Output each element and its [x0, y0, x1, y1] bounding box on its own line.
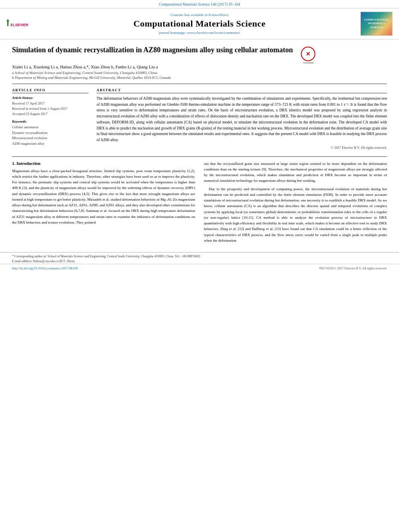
keyword-4: AZ80 magnesium alloy [12, 141, 88, 147]
page: Computational Materials Science 140 (201… [0, 0, 399, 532]
journal-header-center: Contents lists available at ScienceDirec… [47, 12, 352, 36]
keyword-2: Dynamic recrystallization [12, 130, 88, 136]
article-info-abstract-row: ARTICLE INFO Article history: Received 1… [12, 88, 387, 150]
keywords-list: Cellular automaton Dynamic recrystalliza… [12, 125, 88, 146]
journal-title: Computational Materials Science [134, 18, 265, 29]
footer-issn: 0927-0256/© 2017 Elsevier B.V. All right… [319, 267, 387, 270]
elsevier-logo-area: ELSEVIER [6, 12, 43, 36]
journal-homepage: journal homepage: www.elsevier.com/locat… [159, 31, 240, 35]
crossmark-label: CrossMark [301, 62, 315, 64]
journal-reference: Computational Materials Science 140 (201… [159, 2, 240, 6]
revised-date: Received in revised form 1 August 2017 [12, 106, 88, 111]
copyright-line: © 2017 Elsevier B.V. All rights reserved… [97, 146, 387, 150]
journal-link-bar: Computational Materials Science 140 (201… [0, 0, 399, 8]
keywords-group: Keywords: Cellular automaton Dynamic rec… [12, 119, 88, 146]
body-two-col: 1. Introduction Magnesium alloys have a … [12, 161, 387, 246]
article-info-col: ARTICLE INFO Article history: Received 1… [12, 88, 88, 150]
article-info-label: ARTICLE INFO [12, 88, 88, 93]
body-section: 1. Introduction Magnesium alloys have a … [12, 156, 387, 246]
intro-text-left: Magnesium alloys have a close-packed hex… [12, 168, 195, 226]
keyword-3: Microstructural evolution [12, 136, 88, 141]
page-footer: http://dx.doi.org/10.1016/j.commatsci.20… [0, 264, 399, 273]
article-history-label: Article history: [12, 96, 88, 100]
abstract-text: The deformation behaviors of AZ80 magnes… [97, 96, 387, 143]
article-container: Simulation of dynamic recrystallization … [0, 39, 399, 250]
journal-logo-box: COMPUTATIONAL MATERIALS SCIENCE [360, 12, 393, 36]
intro-p3: Due to the prosperity and development of… [204, 186, 387, 244]
svg-text:ELSEVIER: ELSEVIER [10, 23, 29, 27]
sciencedirect-link[interactable]: ScienceDirect [208, 13, 228, 17]
footnote-corresponding: * Corresponding author at: School of Mat… [12, 254, 387, 259]
body-col-left: 1. Introduction Magnesium alloys have a … [12, 161, 195, 246]
affiliation-a: a School of Materials Science and Engine… [12, 71, 387, 75]
intro-text-right: out that the recrystallized grain size m… [204, 161, 387, 244]
abstract-label: ABSTRACT [97, 88, 387, 93]
intro-p1: Magnesium alloys have a close-packed hex… [12, 168, 195, 226]
journal-url[interactable]: www.elsevier.com/locate/commatsci [187, 31, 240, 35]
crossmark-badge: ✕ CrossMark [301, 47, 315, 61]
accepted-date: Accepted 23 August 2017 [12, 111, 88, 117]
keyword-1: Cellular automaton [12, 125, 88, 130]
title-row: Simulation of dynamic recrystallization … [12, 45, 387, 61]
contents-available-text: Contents lists available at ScienceDirec… [171, 13, 229, 17]
authors-line: Xialei Li a, Xiaolong Li a, Haitao Zhou … [12, 64, 387, 69]
elsevier-logo: ELSEVIER [6, 18, 39, 29]
keywords-label: Keywords: [12, 119, 88, 123]
crossmark-circle: ✕ [301, 47, 315, 61]
article-title: Simulation of dynamic recrystallization … [12, 45, 293, 55]
svg-rect-1 [7, 21, 8, 26]
footnote-email: E-mail address: htzhou@csu.edu.cn (H.T. … [12, 259, 387, 264]
journal-header: ELSEVIER Contents lists available at Sci… [0, 8, 399, 39]
journal-logo-area: COMPUTATIONAL MATERIALS SCIENCE [356, 12, 393, 36]
affiliation-b: b Department of Mining and Materials Eng… [12, 76, 387, 80]
received-date: Received 17 April 2017 [12, 101, 88, 106]
header-divider [12, 84, 387, 84]
abstract-col: ABSTRACT The deformation behaviors of AZ… [97, 88, 387, 150]
intro-heading: 1. Introduction [12, 161, 195, 166]
abstract-paragraph: The deformation behaviors of AZ80 magnes… [97, 96, 387, 143]
article-history-group: Article history: Received 17 April 2017 … [12, 96, 88, 116]
intro-p2: out that the recrystallized grain size m… [204, 161, 387, 184]
body-col-right: out that the recrystallized grain size m… [204, 161, 387, 246]
footer-doi[interactable]: http://dx.doi.org/10.1016/j.commatsci.20… [12, 267, 78, 270]
footnote-block: * Corresponding author at: School of Mat… [0, 252, 399, 264]
